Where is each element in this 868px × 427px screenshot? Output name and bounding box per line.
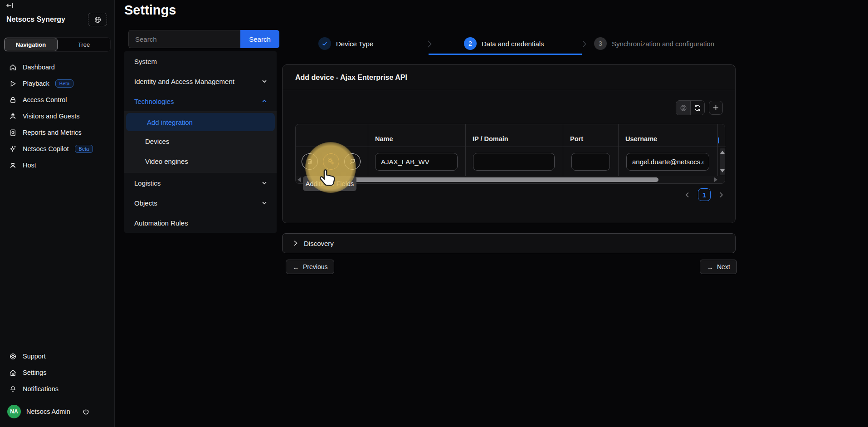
username-input[interactable] bbox=[626, 153, 709, 171]
username-cell bbox=[619, 147, 718, 176]
scroll-down-arrow[interactable] bbox=[720, 169, 725, 172]
sidebar-item-settings[interactable]: Settings bbox=[0, 364, 114, 381]
account-name: Netsocs Admin bbox=[26, 408, 70, 415]
active-step-underline bbox=[429, 54, 582, 55]
tab-navigation[interactable]: Navigation bbox=[4, 38, 58, 51]
power-icon[interactable] bbox=[82, 408, 90, 416]
sidebar-item-host[interactable]: Host bbox=[0, 157, 114, 173]
arrow-left-icon: ← bbox=[293, 263, 299, 271]
sidebar-item-support[interactable]: Support bbox=[0, 348, 114, 364]
magnifier-icon bbox=[349, 158, 356, 166]
chevron-right-icon bbox=[426, 40, 433, 50]
horizontal-scrollbar[interactable] bbox=[296, 176, 725, 183]
language-button[interactable] bbox=[88, 13, 107, 26]
search-input[interactable] bbox=[128, 30, 240, 48]
scroll-up-arrow[interactable] bbox=[720, 151, 725, 154]
step-label: Device Type bbox=[336, 40, 373, 48]
sidebar-view-tabs: Navigation Tree bbox=[4, 37, 111, 52]
sidebar-item-label: Dashboard bbox=[23, 64, 55, 71]
sidebar-item-notifications[interactable]: Notifications bbox=[0, 381, 114, 397]
step-data-credentials[interactable]: 2 Data and credentials bbox=[464, 37, 544, 50]
sidebar-item-copilot[interactable]: Netsocs Copilot Beta bbox=[0, 141, 114, 157]
lock-icon bbox=[9, 96, 17, 104]
step-synchronization[interactable]: 3 Synchronization and configuration bbox=[594, 37, 714, 50]
pagination-prev-icon[interactable] bbox=[684, 191, 690, 198]
settings-nav-iam[interactable]: Identity and Access Management bbox=[124, 71, 277, 91]
nav-item-label: Automation Rules bbox=[134, 219, 188, 227]
step-device-type[interactable]: Device Type bbox=[318, 37, 373, 50]
nav-item-label: Technologies bbox=[134, 98, 174, 105]
vertical-scrollbar-track[interactable] bbox=[720, 148, 725, 175]
bullseye-check-button[interactable] bbox=[676, 101, 690, 115]
sidebar-item-label: Netsocs Copilot bbox=[23, 145, 69, 152]
chevron-down-icon bbox=[261, 200, 268, 206]
settings-nav-logistics[interactable]: Logistics bbox=[124, 173, 277, 193]
refresh-button[interactable] bbox=[690, 101, 704, 115]
sidebar-item-playback[interactable]: Playback Beta bbox=[0, 75, 114, 92]
settings-nav-objects[interactable]: Objects bbox=[124, 193, 277, 213]
sidebar-nav: Dashboard Playback Beta Access Control bbox=[0, 59, 114, 173]
add-row-button[interactable] bbox=[709, 101, 723, 115]
nav-item-label: Identity and Access Management bbox=[134, 78, 234, 85]
device-row bbox=[296, 147, 725, 176]
pagination-next-icon[interactable] bbox=[718, 191, 724, 198]
sidebar-item-dashboard[interactable]: Dashboard bbox=[0, 59, 114, 75]
chevron-down-icon bbox=[261, 78, 268, 84]
card-header: Add device - Ajax Enterprise API bbox=[283, 65, 735, 90]
toolbar-button-group bbox=[676, 100, 705, 115]
sidebar-item-label: Visitors and Guests bbox=[23, 113, 79, 120]
host-icon bbox=[9, 161, 17, 169]
nav-item-label: Logistics bbox=[134, 179, 161, 187]
settings-nav-add-integration[interactable]: Add integration bbox=[126, 113, 275, 131]
previous-button[interactable]: ← Previous bbox=[286, 260, 334, 274]
horizontal-scrollbar-thumb[interactable] bbox=[304, 177, 658, 182]
sidebar-item-label: Settings bbox=[23, 369, 46, 376]
discovery-accordion[interactable]: Discovery bbox=[282, 233, 736, 253]
devices-table: Name IP / Domain Port Username bbox=[295, 124, 725, 184]
additional-fields-button[interactable] bbox=[323, 153, 339, 170]
chevron-right-icon bbox=[581, 40, 587, 50]
bell-icon bbox=[9, 385, 17, 393]
life-ring-icon bbox=[9, 352, 17, 360]
report-icon bbox=[9, 128, 17, 137]
main-content: Settings Search System Identity and Acce… bbox=[115, 0, 868, 427]
settings-nav-devices[interactable]: Devices bbox=[124, 131, 277, 151]
pagination-page-1[interactable]: 1 bbox=[698, 188, 711, 201]
sidebar-item-reports[interactable]: Reports and Metrics bbox=[0, 124, 114, 141]
nav-item-label: Objects bbox=[134, 199, 157, 207]
step-number: 2 bbox=[464, 37, 477, 50]
search-button[interactable]: Search bbox=[240, 30, 279, 48]
port-input[interactable] bbox=[571, 153, 610, 171]
sparkle-icon bbox=[9, 145, 17, 153]
sidebar-item-visitors[interactable]: Visitors and Guests bbox=[0, 108, 114, 124]
vertical-scrollbar[interactable] bbox=[719, 147, 726, 176]
person-icon bbox=[9, 112, 17, 120]
sidebar-item-label: Support bbox=[23, 353, 46, 360]
sidebar-item-label: Host bbox=[23, 162, 36, 169]
settings-nav-technologies[interactable]: Technologies bbox=[124, 91, 277, 111]
account-row[interactable]: NA Netsocs Admin bbox=[0, 400, 114, 423]
column-username: Username bbox=[619, 124, 718, 147]
card-title: Add device - Ajax Enterprise API bbox=[295, 74, 407, 82]
arrow-right-icon: → bbox=[707, 263, 713, 271]
settings-search: Search bbox=[128, 30, 279, 48]
tab-tree[interactable]: Tree bbox=[58, 38, 110, 51]
discovery-label: Discovery bbox=[304, 240, 334, 247]
settings-nav-automation-rules[interactable]: Automation Rules bbox=[124, 213, 277, 233]
discover-button[interactable] bbox=[344, 153, 361, 170]
delete-row-button[interactable] bbox=[302, 153, 318, 170]
vertical-scrollbar-header-gap bbox=[719, 124, 726, 147]
avatar: NA bbox=[7, 405, 21, 418]
scroll-left-arrow[interactable] bbox=[297, 177, 301, 182]
ip-domain-input[interactable] bbox=[473, 153, 555, 171]
house-icon bbox=[9, 368, 17, 377]
name-input[interactable] bbox=[375, 153, 458, 171]
settings-nav-system[interactable]: System bbox=[124, 51, 277, 71]
settings-nav-video-engines[interactable]: Video engines bbox=[124, 151, 277, 171]
sidebar-item-access-control[interactable]: Access Control bbox=[0, 92, 114, 108]
scroll-right-arrow[interactable] bbox=[714, 177, 717, 182]
sidebar-collapse-icon[interactable] bbox=[5, 3, 15, 12]
table-toolbar bbox=[676, 100, 723, 115]
home-icon bbox=[9, 63, 17, 71]
next-button[interactable]: → Next bbox=[700, 260, 737, 274]
